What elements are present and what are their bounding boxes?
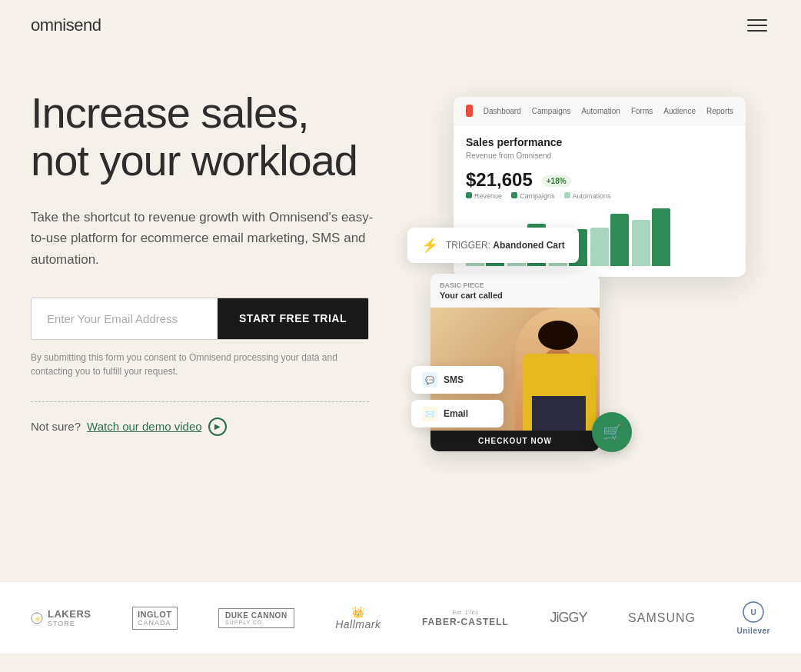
form-consent-text: By submitting this form you consent to O… — [31, 351, 369, 378]
dashboard-nav: Dashboard Campaigns Automation Forms Aud… — [454, 97, 746, 125]
channel-badges: 💬 SMS ✉️ Email — [411, 366, 504, 427]
nav-item-campaigns: Campaigns — [532, 107, 571, 115]
unilever-text: Unilever — [737, 627, 770, 635]
demo-video-link[interactable]: Watch our demo video — [87, 420, 202, 433]
hallmark-crown: 👑 — [335, 606, 381, 618]
bar-automation-5 — [632, 220, 650, 266]
logos-bar: ⭐ LAKERS STORE INGLOT CANADA DUKE CANNON… — [0, 581, 801, 654]
demo-line: Not sure? Watch our demo video ▶ — [31, 418, 407, 436]
channel-email-label: Email — [444, 408, 468, 419]
lakers-text: LAKERS — [48, 608, 91, 620]
cart-icon-button[interactable]: 🛒 — [592, 412, 632, 452]
samsung-text: SAMSUNG — [628, 611, 696, 625]
dashboard-nav-logo — [466, 105, 473, 117]
legend-revenue: Revenue — [466, 192, 502, 200]
checkout-button[interactable]: CHECKOUT NOW — [430, 431, 600, 451]
inglot-sub: CANADA — [138, 619, 172, 627]
start-trial-button[interactable]: START FREE TRIAL — [218, 298, 368, 339]
svg-text:⭐: ⭐ — [35, 616, 41, 622]
play-icon[interactable]: ▶ — [208, 418, 227, 436]
brand-faber-castell: Est. 1761 FABER-CASTELL — [422, 609, 509, 627]
inglot-border: INGLOT CANADA — [132, 607, 178, 630]
duke-text: DUKE CANNON — [225, 611, 287, 620]
bar-automation-4 — [590, 228, 609, 266]
hero-title: Increase sales, not your workload — [31, 89, 407, 184]
dashboard-revenue: $21,605 — [466, 169, 533, 191]
brand-inglot: INGLOT CANADA — [132, 607, 178, 630]
dashboard-subtitle: Revenue from Omnisend — [466, 151, 733, 160]
hallmark-text: Hallmark — [335, 618, 381, 630]
nav-item-forms: Forms — [631, 107, 653, 115]
hamburger-line-2 — [747, 25, 767, 26]
faber-container: Est. 1761 FABER-CASTELL — [422, 609, 509, 627]
brand-jiggy: JiGGY — [550, 610, 587, 626]
lakers-sub: STORE — [48, 620, 91, 627]
unilever-container: U Unilever — [737, 600, 770, 635]
mobile-card-title: BASIC PIECE Your cart called — [430, 274, 600, 308]
email-icon: ✉️ — [422, 406, 437, 421]
hero-right-visual: Dashboard Campaigns Automation Forms Aud… — [407, 82, 770, 527]
hero-section: Increase sales, not your workload Take t… — [0, 51, 801, 581]
brand-logo-omnisend: omnisend — [31, 15, 101, 35]
divider — [31, 401, 369, 402]
hamburger-line-1 — [747, 19, 767, 21]
inglot-text: INGLOT — [138, 610, 172, 619]
chart-legend: Revenue Campaigns Automations — [466, 192, 733, 200]
trigger-icon: ⚡ — [421, 237, 438, 254]
brand-samsung: SAMSUNG — [628, 611, 696, 625]
brand-unilever: U Unilever — [737, 600, 770, 635]
bar-group-5 — [632, 208, 670, 266]
email-input[interactable] — [32, 298, 218, 339]
bar-campaign-5 — [652, 208, 670, 266]
trigger-text: TRIGGER: Abandoned Cart — [446, 240, 565, 251]
faber-text: FABER-CASTELL — [422, 617, 509, 627]
svg-text:U: U — [751, 608, 756, 617]
brand-lakers: ⭐ LAKERS STORE — [31, 608, 91, 627]
duke-border: DUKE CANNON SUPPLY CO. — [218, 608, 294, 628]
email-form: START FREE TRIAL — [31, 298, 369, 340]
nav-item-audience: Audience — [663, 107, 696, 115]
lakers-icon: ⭐ — [31, 612, 43, 624]
channel-email: ✉️ Email — [411, 400, 504, 427]
bar-group-4 — [590, 214, 629, 266]
channel-sms: 💬 SMS — [411, 366, 504, 394]
trigger-badge: ⚡ TRIGGER: Abandoned Cart — [407, 228, 579, 263]
unilever-icon: U — [742, 600, 765, 624]
faber-est: Est. 1761 — [422, 609, 509, 616]
demo-prefix: Not sure? — [31, 420, 81, 433]
brand-hallmark: 👑 Hallmark — [335, 606, 381, 630]
sms-icon: 💬 — [422, 372, 437, 388]
nav-item-reports: Reports — [706, 107, 733, 115]
brand-duke-cannon: DUKE CANNON SUPPLY CO. — [218, 608, 294, 628]
hallmark-container: 👑 Hallmark — [335, 606, 381, 630]
nav-item-automation: Automation — [581, 107, 620, 115]
hamburger-line-3 — [747, 30, 767, 32]
jiggy-text: JiGGY — [550, 610, 587, 626]
menu-button[interactable] — [744, 16, 770, 35]
dashboard-title: Sales performance — [466, 136, 733, 148]
hero-left-content: Increase sales, not your workload Take t… — [31, 82, 407, 436]
header: omnisend — [0, 0, 801, 51]
bar-campaign-4 — [610, 214, 629, 266]
duke-sub: SUPPLY CO. — [225, 620, 287, 625]
hero-description: Take the shortcut to revenue growth with… — [31, 207, 377, 270]
mobile-card-header-text: Your cart called — [440, 291, 590, 300]
nav-item-dashboard: Dashboard — [484, 107, 521, 115]
legend-automations: Automations — [564, 192, 611, 200]
legend-campaigns: Campaigns — [511, 192, 555, 200]
channel-sms-label: SMS — [444, 374, 464, 385]
dashboard-growth-badge: +18% — [542, 175, 571, 187]
